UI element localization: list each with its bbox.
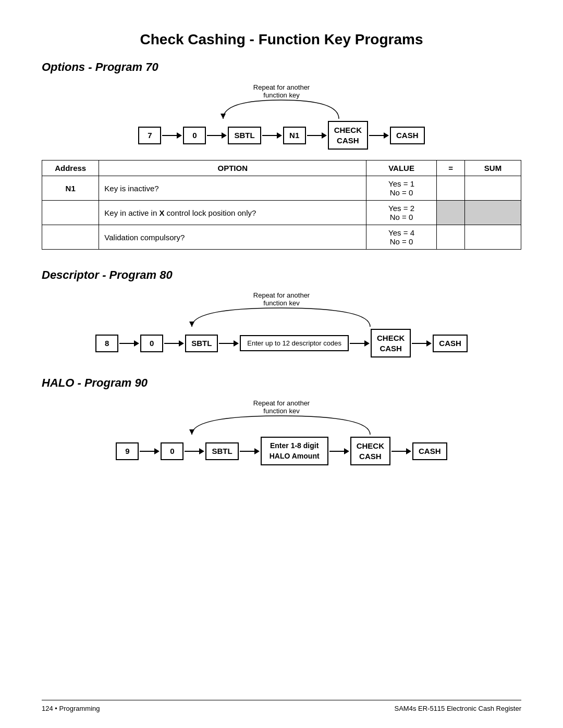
- box-cash-90: CASH: [412, 442, 447, 460]
- arrow-90-3: [240, 448, 260, 454]
- repeat-label-90: Repeat for anotherfunction kev: [253, 399, 310, 415]
- cell-value-1: Yes = 1No = 0: [366, 176, 437, 201]
- diagram-program70: Repeat for anotherfunction key 7: [42, 83, 521, 150]
- arrow-90-2: [185, 448, 204, 454]
- box-0-80: 0: [140, 335, 163, 352]
- box-0-70: 0: [183, 127, 206, 144]
- th-sum: SUM: [465, 161, 521, 176]
- box-7: 7: [138, 127, 161, 144]
- arrow-2: [207, 132, 227, 139]
- box-sbtl-90: SBTL: [205, 442, 238, 460]
- cell-option-3: Validation compulsory?: [99, 225, 366, 250]
- th-option: OPTION: [99, 161, 366, 176]
- box-halo-90: Enter 1-8 digitHALO Amount: [261, 437, 328, 465]
- th-eq: =: [437, 161, 465, 176]
- arrow-90-5: [391, 448, 411, 454]
- main-title: Check Cashing - Function Key Programs: [42, 31, 521, 48]
- table-row: Key in active in X control lock position…: [42, 201, 521, 225]
- cell-sum-3: [465, 225, 521, 250]
- svg-marker-2: [189, 429, 194, 435]
- box-checkcash-80: CHECKCASH: [371, 329, 411, 357]
- arrow-80-1: [119, 340, 139, 347]
- options-table-70: Address OPTION VALUE = SUM N1 Key is ina…: [42, 160, 521, 250]
- flow-row-70: 7 0 SBTL N1 CHECKCASH CASH: [138, 121, 424, 150]
- cell-value-3: Yes = 4No = 0: [366, 225, 437, 250]
- arrow-1: [162, 132, 182, 139]
- table-row: N1 Key is inactive? Yes = 1No = 0: [42, 176, 521, 201]
- box-checkcash-70: CHECKCASH: [328, 121, 368, 150]
- repeat-label-80: Repeat for anotherfunction kev: [253, 291, 310, 307]
- arrow-4: [307, 132, 327, 139]
- diagram-program80: Repeat for anotherfunction kev 8 0 SBTL …: [42, 291, 521, 357]
- box-sbtl-70: SBTL: [228, 127, 261, 144]
- box-cash-80: CASH: [433, 335, 468, 352]
- section-options-title: Options - Program 70: [42, 60, 521, 74]
- arc-arrow-90: [172, 415, 391, 437]
- cell-eq-3: [437, 225, 465, 250]
- arrow-3: [262, 132, 282, 139]
- box-cash-70: CASH: [390, 127, 425, 144]
- footer-left: 124 • Programming: [42, 705, 100, 712]
- diagram-program90: Repeat for anotherfunction kev 9 0 SBTL …: [42, 399, 521, 465]
- table-row: Validation compulsory? Yes = 4No = 0: [42, 225, 521, 250]
- arc-arrow-70: [203, 99, 360, 121]
- arrow-80-3: [219, 340, 239, 347]
- section-descriptor-title: Descriptor - Program 80: [42, 268, 521, 282]
- arrow-90-1: [140, 448, 160, 454]
- cell-option-1: Key is inactive?: [99, 176, 366, 201]
- box-n1-70: N1: [283, 127, 306, 144]
- arrow-80-5: [412, 340, 432, 347]
- cell-sum-2: [465, 201, 521, 225]
- cell-sum-1: [465, 176, 521, 201]
- th-value: VALUE: [366, 161, 437, 176]
- arrow-90-4: [329, 448, 349, 454]
- box-checkcash-90: CHECKCASH: [350, 437, 390, 465]
- box-0-90: 0: [161, 442, 183, 460]
- cell-address-3: [42, 225, 99, 250]
- cell-option-2: Key in active in X control lock position…: [99, 201, 366, 225]
- repeat-label-70: Repeat for anotherfunction key: [253, 83, 310, 99]
- arrow-80-2: [164, 340, 184, 347]
- th-address: Address: [42, 161, 99, 176]
- page-footer: 124 • Programming SAM4s ER-5115 Electron…: [42, 700, 521, 712]
- page: Check Cashing - Function Key Programs Op…: [0, 0, 563, 728]
- cell-eq-1: [437, 176, 465, 201]
- box-8: 8: [95, 335, 118, 352]
- svg-marker-1: [189, 322, 194, 327]
- box-descriptor-80: Enter up to 12 descriptor codes: [240, 335, 349, 352]
- arrow-80-4: [350, 340, 370, 347]
- cell-address-2: [42, 201, 99, 225]
- box-9: 9: [116, 442, 139, 460]
- flow-row-80: 8 0 SBTL Enter up to 12 descriptor codes…: [95, 329, 468, 357]
- flow-wrap-90: Repeat for anotherfunction kev 9 0 SBTL …: [116, 399, 447, 465]
- section-halo-title: HALO - Program 90: [42, 376, 521, 390]
- flow-row-90: 9 0 SBTL Enter 1-8 digitHALO Amount CHEC…: [116, 437, 447, 465]
- arc-arrow-80: [172, 307, 391, 329]
- flow-wrap-80: Repeat for anotherfunction kev 8 0 SBTL …: [95, 291, 468, 357]
- section-halo: HALO - Program 90 Repeat for anotherfunc…: [42, 376, 521, 465]
- section-descriptor: Descriptor - Program 80 Repeat for anoth…: [42, 268, 521, 357]
- svg-marker-0: [221, 114, 226, 119]
- cell-value-2: Yes = 2No = 0: [366, 201, 437, 225]
- footer-right: SAM4s ER-5115 Electronic Cash Register: [395, 705, 522, 712]
- flow-wrap-70: Repeat for anotherfunction key 7: [138, 83, 424, 150]
- cell-eq-2: [437, 201, 465, 225]
- section-options: Options - Program 70 Repeat for anotherf…: [42, 60, 521, 250]
- cell-address-1: N1: [42, 176, 99, 201]
- box-sbtl-80: SBTL: [185, 335, 218, 352]
- arrow-5: [369, 132, 389, 139]
